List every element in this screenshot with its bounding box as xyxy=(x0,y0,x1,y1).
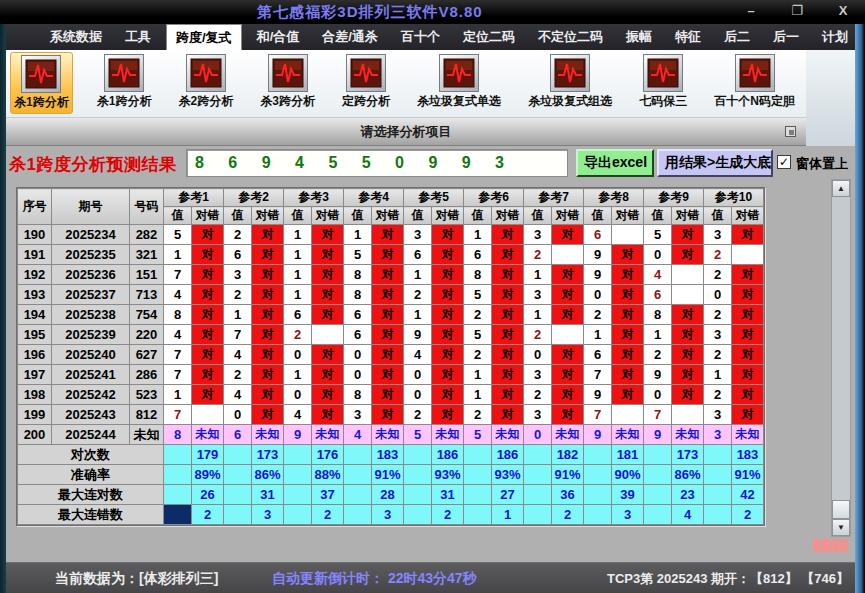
cell-value[interactable]: 8 xyxy=(164,305,192,325)
cell-issue[interactable]: 2025240 xyxy=(52,345,130,365)
cell-value[interactable]: 6 xyxy=(584,225,612,245)
cell-result[interactable]: 对 xyxy=(372,245,404,265)
cell-value[interactable]: 2 xyxy=(704,305,732,325)
cell-result[interactable]: 对 xyxy=(672,305,704,325)
menu-item-3[interactable]: 跨度/复式 xyxy=(166,24,242,51)
cell-result[interactable]: 对 xyxy=(432,305,464,325)
cell-result[interactable]: 对 xyxy=(492,365,524,385)
cell-result[interactable]: 对 xyxy=(372,385,404,405)
cell-value[interactable]: 0 xyxy=(644,245,672,265)
cell-value[interactable]: 2 xyxy=(284,325,312,345)
close-icon[interactable]: X xyxy=(835,3,851,18)
cell-result[interactable]: 对 xyxy=(432,405,464,425)
stat-spacer-cell[interactable] xyxy=(284,485,312,505)
cell-result[interactable]: 对 xyxy=(372,225,404,245)
cell-issue[interactable]: 2025242 xyxy=(52,385,130,405)
stat-value[interactable]: 3 xyxy=(372,505,404,525)
cell-result[interactable] xyxy=(672,405,704,425)
stat-spacer-cell[interactable] xyxy=(344,505,372,525)
cell-value[interactable]: 1 xyxy=(464,225,492,245)
cell-value[interactable]: 6 xyxy=(224,245,252,265)
scroll-down-icon[interactable]: ▼ xyxy=(832,519,850,536)
cell-value[interactable]: 6 xyxy=(344,305,372,325)
cell-result[interactable]: 未知 xyxy=(312,425,344,445)
cell-value[interactable]: 5 xyxy=(464,285,492,305)
cell-value[interactable]: 0 xyxy=(344,345,372,365)
cell-value[interactable]: 6 xyxy=(224,425,252,445)
cell-value[interactable]: 3 xyxy=(524,225,552,245)
menu-item-11[interactable]: 后二 xyxy=(716,25,758,49)
cell-value[interactable]: 5 xyxy=(464,425,492,445)
cell-result[interactable]: 未知 xyxy=(732,425,764,445)
cell-value[interactable]: 7 xyxy=(584,405,612,425)
cell-seq[interactable]: 196 xyxy=(18,345,52,365)
cell-result[interactable]: 对 xyxy=(192,225,224,245)
stat-spacer-cell[interactable] xyxy=(404,485,432,505)
cell-result[interactable]: 对 xyxy=(732,385,764,405)
cell-value[interactable]: 1 xyxy=(464,365,492,385)
cell-seq[interactable]: 198 xyxy=(18,385,52,405)
cell-value[interactable]: 8 xyxy=(464,265,492,285)
cell-value[interactable]: 1 xyxy=(284,225,312,245)
cell-value[interactable]: 6 xyxy=(644,285,672,305)
cell-result[interactable]: 对 xyxy=(552,305,584,325)
cell-result[interactable]: 对 xyxy=(192,325,224,345)
cell-value[interactable]: 9 xyxy=(404,325,432,345)
cell-value[interactable]: 0 xyxy=(284,345,312,365)
cell-result[interactable]: 对 xyxy=(432,285,464,305)
stat-spacer-cell[interactable] xyxy=(524,505,552,525)
cell-number[interactable]: 未知 xyxy=(130,425,164,445)
stat-spacer-cell[interactable] xyxy=(404,465,432,485)
cell-value[interactable]: 1 xyxy=(224,305,252,325)
cell-issue[interactable]: 2025236 xyxy=(52,265,130,285)
cell-result[interactable]: 未知 xyxy=(372,425,404,445)
cell-number[interactable]: 282 xyxy=(130,225,164,245)
cell-result[interactable]: 对 xyxy=(672,385,704,405)
stat-value[interactable]: 86% xyxy=(252,465,284,485)
cell-value[interactable]: 0 xyxy=(704,285,732,305)
cell-value[interactable]: 4 xyxy=(644,265,672,285)
cell-result[interactable]: 未知 xyxy=(432,425,464,445)
stat-spacer-cell[interactable] xyxy=(224,485,252,505)
cell-value[interactable]: 8 xyxy=(644,305,672,325)
tool-item-5[interactable]: 定跨分析 xyxy=(339,52,393,112)
stat-spacer-cell[interactable] xyxy=(704,505,732,525)
cell-value[interactable]: 5 xyxy=(344,245,372,265)
stat-value[interactable]: 173 xyxy=(672,445,704,465)
cell-result[interactable]: 对 xyxy=(312,405,344,425)
stat-value[interactable]: 176 xyxy=(312,445,344,465)
keep-on-top-checkbox[interactable]: ✓ xyxy=(777,155,791,169)
stat-value[interactable]: 37 xyxy=(312,485,344,505)
cell-value[interactable]: 0 xyxy=(644,385,672,405)
stat-spacer-cell[interactable] xyxy=(584,485,612,505)
cell-result[interactable]: 对 xyxy=(672,245,704,265)
cell-result[interactable]: 对 xyxy=(372,285,404,305)
stat-spacer-cell[interactable] xyxy=(464,465,492,485)
tool-item-6[interactable]: 杀垃圾复式单选 xyxy=(414,52,504,112)
cell-value[interactable]: 1 xyxy=(704,365,732,385)
cell-result[interactable]: 对 xyxy=(732,225,764,245)
cell-result[interactable]: 对 xyxy=(312,345,344,365)
scrollbar-thumb[interactable] xyxy=(832,500,850,519)
cell-result[interactable]: 对 xyxy=(252,305,284,325)
cell-value[interactable]: 4 xyxy=(164,325,192,345)
cell-result[interactable]: 对 xyxy=(492,405,524,425)
cell-value[interactable]: 3 xyxy=(404,225,432,245)
stat-value[interactable]: 1 xyxy=(492,505,524,525)
cell-value[interactable]: 2 xyxy=(464,345,492,365)
cell-issue[interactable]: 2025239 xyxy=(52,325,130,345)
cell-result[interactable]: 对 xyxy=(552,285,584,305)
cell-value[interactable]: 1 xyxy=(164,385,192,405)
stat-value[interactable]: 4 xyxy=(672,505,704,525)
stat-value[interactable]: 183 xyxy=(732,445,764,465)
menu-item-8[interactable]: 不定位二码 xyxy=(530,25,611,49)
cell-result[interactable]: 对 xyxy=(492,305,524,325)
menu-item-10[interactable]: 特征 xyxy=(667,25,709,49)
cell-result[interactable]: 对 xyxy=(612,245,644,265)
cell-number[interactable]: 627 xyxy=(130,345,164,365)
cell-value[interactable]: 4 xyxy=(224,345,252,365)
cell-result[interactable]: 未知 xyxy=(192,425,224,445)
stat-value[interactable]: 23 xyxy=(672,485,704,505)
cell-value[interactable]: 9 xyxy=(284,425,312,445)
cell-value[interactable]: 7 xyxy=(164,365,192,385)
